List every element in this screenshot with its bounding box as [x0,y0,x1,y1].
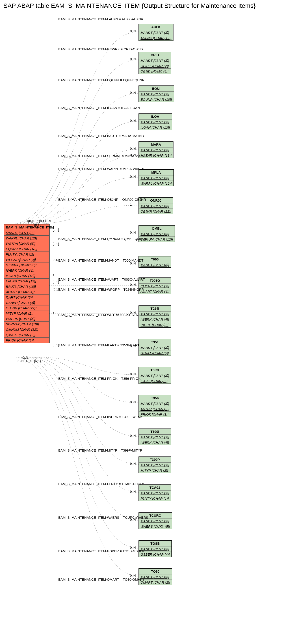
field-row: MANDT [CLNT (3)] [139,490,171,496]
field-row: ILOAN [CHAR (12)] [139,125,172,130]
field-row: BAUTL [CHAR (18)] [4,284,49,289]
field-row: MITYP [CHAR (2)] [4,311,49,316]
entity-name: EQUI [139,86,174,92]
cardinality-label: 0..N [130,546,136,549]
cardinality-label: 0..N [53,258,59,262]
entity-EQUI: EQUIMANDT [CLNT (3)]EQUNR [CHAR (18)] [138,86,174,102]
cardinality-label: 0..N [130,57,136,61]
field-row: IWERK [CHAR (4)] [4,268,49,273]
field-row: MANDT [CLNT (3)] [139,312,171,317]
field-row: AUFNR [CHAR (12)] [139,35,173,40]
field-row: OBJNR [CHAR (22)] [4,306,49,311]
field-row: MANDT [CLNT (3)] [139,176,174,181]
entity-name: T351 [139,339,171,345]
entity-AUFK: AUFKMANDT [CLNT (3)]AUFNR [CHAR (12)] [138,24,174,41]
field-row: WARPL [CHAR (12)] [4,236,49,241]
field-row: MANDT [CLNT (3)] [139,434,171,440]
cardinality-label: 0..N [22,356,28,359]
field-row: PLNTY [CHAR (1)] [4,252,49,257]
relationship-label: EAM_S_MAINTENANCE_ITEM-EQUNR = EQUI-EQUN… [58,78,145,82]
entity-T353I: T353IMANDT [CLNT (3)]ILART [CHAR (3)] [138,367,171,384]
cardinality-label: {0,1} [34,224,41,227]
entity-name: T000 [139,256,171,262]
field-row: ARTPR [CHAR (2)] [139,406,171,412]
cardinality-label: 0..N [130,175,136,178]
cardinality-label: 0..N [130,434,136,438]
field-row: QMART [CHAR (2)] [4,332,49,338]
cardinality-label: 0..N [130,262,136,265]
entity-name: T353I [139,367,171,373]
entity-name: MARA [139,142,173,148]
entity-name: AUFK [139,24,173,30]
cardinality-label: 1 [130,203,132,206]
cardinality-label: 0..N [130,372,136,376]
cardinality-label: {0,1} [53,343,59,347]
cardinality-label: 0..N [130,518,136,522]
cardinality-label: 0..N [130,574,136,577]
relationship-label: EAM_S_MAINTENANCE_ITEM-ILOAN = ILOA-ILOA… [58,106,140,110]
entity-name: T399P [139,457,171,462]
field-row: GEWRK [NUMC (8)] [4,262,49,268]
field-row: MITYP [CHAR (2)] [139,468,171,473]
relationship-label: EAM_S_MAINTENANCE_ITEM-QMART = TQ80-QMAR… [58,578,144,581]
entity-T399I: T399IMANDT [CLNT (3)]IWERK [CHAR (4)] [138,428,171,445]
cardinality-label: 0..N [130,119,136,122]
relationship-label: EAM_S_MAINTENANCE_ITEM-GSBER = TGSB-GSBE… [58,549,145,553]
entity-TQ80: TQ80MANDT [CLNT (3)]QMART [CHAR (2)] [138,568,172,585]
relationship-label: EAM_S_MAINTENANCE_ITEM-PRIOK = T356-PRIO… [58,376,140,380]
cardinality-label: 0..N [130,231,136,234]
relationship-label: EAM_S_MAINTENANCE_ITEM-LAUFN = AUFK-AUFN… [58,17,143,21]
relationship-label: EAM_S_MAINTENANCE_ITEM-WARPL = MPLA-WARP… [58,167,145,171]
entity-name: T399I [139,429,171,434]
field-row: GSBER [CHAR (4)] [4,300,49,306]
entity-TCA01: TCA01MANDT [CLNT (3)]PLNTY [CHAR (1)] [138,484,171,501]
cardinality-label: 0..N [130,153,136,157]
relationship-label: EAM_S_MAINTENANCE_ITEM-PLNTY = TCA01-PLN… [58,482,144,486]
field-row: OBJTY [CHAR (2)] [139,63,171,69]
main-entity-name: EAM_S_MAINTENANCE_ITEM [4,224,49,230]
entity-TGSB: TGSBMANDT [CLNT (3)]GSBER [CHAR (4)] [138,540,172,557]
field-row: LAUFN [CHAR (12)] [4,278,49,284]
relationship-label: EAM_S_MAINTENANCE_ITEM-GEWRK = CRID-OBJI… [58,47,143,51]
entity-name: CRID [139,52,171,58]
cardinality-label: {0,1} [53,228,59,232]
field-row: EQUNR [CHAR (18)] [139,97,174,102]
cardinality-label: 0..N [130,91,136,94]
relationship-label: EAM_S_MAINTENANCE_ITEM-WPGRP = T024I-ING… [58,288,144,291]
field-row: WSTRA [CHAR (6)] [4,241,49,246]
entity-name: TQ80 [139,568,172,574]
field-row: STRAT [CHAR (6)] [139,350,171,356]
field-row: MANDT [CLNT (3)] [139,401,171,406]
main-entity-table: EAM_S_MAINTENANCE_ITEM MANDT [CLNT (3)]W… [4,224,50,343]
erd-canvas: EAM_S_MAINTENANCE_ITEM MANDT [CLNT (3)]W… [2,10,286,644]
cardinality-label: 0..N [130,283,136,286]
cardinality-label: 1 [53,312,54,315]
field-row: WPGRP [CHAR (3)] [4,257,49,262]
entity-name: T356 [139,395,171,401]
entity-name: TGSB [139,540,172,546]
field-row: MANDT [CLNT (3)] [139,92,174,97]
cardinality-label: 0,1{0,1{0,1}0,1}0..N [24,219,51,223]
field-row: MANDT [CLNT (3)] [139,30,173,35]
field-row: IWERK [CHAR (4)] [139,440,171,445]
cardinality-label: 0..N [130,147,136,150]
field-row: EQUNR [CHAR (18)] [4,246,49,252]
field-row: MANDT [CLNT (3)] [139,345,171,350]
field-row: INGRP [CHAR (3)] [139,322,171,327]
cardinality-label: 0..N [130,400,136,404]
field-row: PRIOK [CHAR (1)] [4,338,49,343]
relationship-label: EAM_S_MAINTENANCE_ITEM-QMNUM = QMEL-QMNU… [58,237,148,240]
field-row: MANDT [CLNT (3)] [139,58,171,63]
field-row: ILART [CHAR (3)] [4,295,49,300]
relationship-label: EAM_S_MAINTENANCE_ITEM-BAUTL = MARA-MATN… [58,134,144,138]
entity-TCURC: TCURCMANDT [CLNT (3)]WAERS [CUKY (5)] [138,512,172,529]
relationship-label: EAM_S_MAINTENANCE_ITEM-AUART = T003O-AUA… [58,278,145,281]
field-row: MANDT [CLNT (3)] [139,231,175,237]
cardinality-label: {0,1} [53,288,59,291]
page-title: SAP ABAP table EAM_S_MAINTENANCE_ITEM {O… [3,2,288,10]
entity-name: QMEL [139,226,175,231]
relationship-label: EAM_S_MAINTENANCE_ITEM-WSTRA = T351-STRA… [58,313,142,317]
cardinality-label: 1 [53,274,54,277]
cardinality-label: 0..{N0,N} 0..{N,1} [17,359,41,363]
relationship-label: EAM_S_MAINTENANCE_ITEM-ILART = T353I-ILA… [58,343,139,347]
